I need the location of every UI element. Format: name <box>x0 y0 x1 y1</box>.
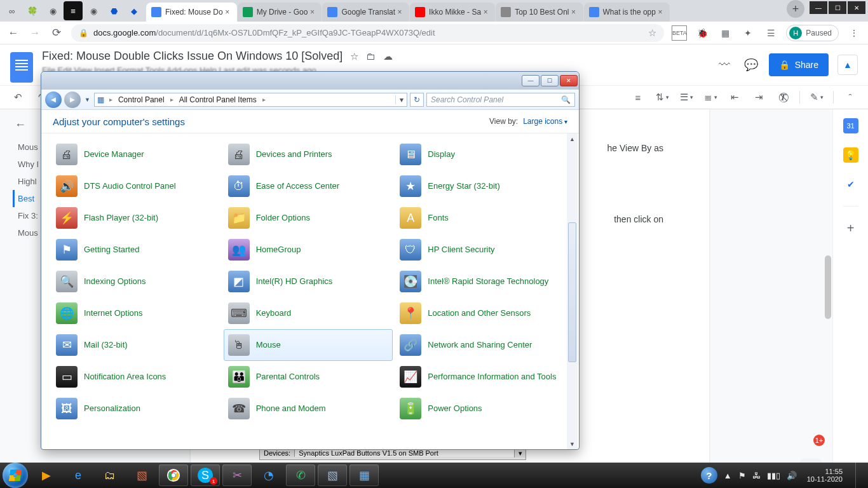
align-icon[interactable]: ≡ <box>630 90 646 105</box>
cp-item[interactable]: 🌐 Internet Options <box>51 297 221 329</box>
breadcrumb-bar[interactable]: ▦ ▸ Control Panel ▸ All Control Panel It… <box>94 93 407 107</box>
browser-tab[interactable]: Ikko Mikke - Sa × <box>410 3 495 22</box>
taskbar-app-snip[interactable]: ✂ <box>222 464 252 486</box>
path-dropdown-icon[interactable]: ▾ <box>395 95 407 104</box>
editing-mode-icon[interactable]: ✎ <box>809 90 824 105</box>
breadcrumb-segment[interactable]: Control Panel <box>114 95 168 104</box>
taskbar-app-explorer[interactable]: 🗂 <box>95 464 125 486</box>
viewby-dropdown[interactable]: Large icons <box>523 117 567 126</box>
browser-tab[interactable]: What is the opp × <box>584 3 670 22</box>
window-close-icon[interactable]: ✕ <box>560 75 578 86</box>
reading-list-icon[interactable]: ☰ <box>763 25 778 41</box>
chevron-right-icon[interactable]: ▸ <box>107 96 114 103</box>
cp-item[interactable] <box>395 133 565 139</box>
window-close-icon[interactable]: ✕ <box>848 1 865 14</box>
taskbar-app-control-panel[interactable]: ▦ <box>349 464 379 486</box>
cp-item[interactable]: 🔊 DTS Audio Control Panel <box>51 170 221 202</box>
window-maximize-icon[interactable]: ☐ <box>541 75 559 86</box>
cp-item[interactable]: 📁 Folder Options <box>224 202 393 234</box>
back-button[interactable]: ← <box>6 26 20 40</box>
clear-format-icon[interactable]: 𝑻⃠ <box>775 90 790 105</box>
cp-item[interactable]: ✉ Mail (32-bit) <box>51 329 221 361</box>
tab-close-icon[interactable]: × <box>656 8 665 17</box>
doc-title[interactable]: Fixed: Mouse Double Clicks Issue On Wind… <box>42 50 342 63</box>
breadcrumb-segment[interactable]: All Control Panel Items <box>175 95 261 104</box>
cp-item[interactable]: 📈 Performance Information and Tools <box>395 361 565 393</box>
cp-search-input[interactable]: Search Control Panel 🔍 <box>426 93 575 107</box>
keep-addon-icon[interactable]: 💡 <box>843 147 858 163</box>
account-avatar-icon[interactable]: ▲ <box>837 55 858 75</box>
extensions-menu-icon[interactable]: ✦ <box>740 25 756 41</box>
network-icon[interactable]: 🖧 <box>752 471 761 480</box>
refresh-button[interactable]: ↻ <box>410 93 424 107</box>
taskbar-app-media[interactable]: ▶ <box>32 464 61 486</box>
scroll-up-icon[interactable]: ▲ <box>567 133 578 144</box>
extension-icon[interactable]: 🐞 <box>695 25 710 41</box>
tab-close-icon[interactable]: × <box>223 8 232 17</box>
cp-item[interactable]: 🖥 Display <box>395 139 565 170</box>
activity-icon[interactable]: 〰 <box>715 56 733 74</box>
browser-tab[interactable]: My Drive - Goo × <box>238 3 322 22</box>
extension-icon[interactable]: ▦ <box>717 25 733 41</box>
cp-item[interactable]: ★ Energy Star (32-bit) <box>395 170 565 202</box>
cp-item[interactable]: A Fonts <box>395 202 565 234</box>
window-maximize-icon[interactable]: ☐ <box>829 1 846 14</box>
pinned-ext-icon[interactable]: ◉ <box>84 1 103 20</box>
window-minimize-icon[interactable]: — <box>810 1 827 14</box>
undo-icon[interactable]: ↶ <box>10 90 25 105</box>
share-button[interactable]: 🔒 Share <box>769 53 829 76</box>
help-icon[interactable]: ? <box>701 467 717 484</box>
extension-icon[interactable]: BETA <box>672 25 687 41</box>
indent-icon[interactable]: ⇥ <box>751 90 766 105</box>
pinned-ext-icon[interactable]: ≡ <box>64 1 83 20</box>
browser-tab[interactable]: Top 10 Best Onl × <box>496 3 583 22</box>
line-spacing-icon[interactable]: ⇅ <box>654 90 670 105</box>
outdent-icon[interactable]: ⇤ <box>727 90 742 105</box>
cp-item[interactable]: 🖨 Device Manager <box>51 139 221 170</box>
start-button[interactable] <box>3 463 28 488</box>
tasks-addon-icon[interactable]: ✔ <box>843 177 858 192</box>
reload-button[interactable]: ⟳ <box>50 26 64 40</box>
cp-titlebar[interactable]: — ☐ ✕ <box>41 72 579 90</box>
pinned-ext-icon[interactable]: ◉ <box>43 1 62 20</box>
omnibox[interactable]: 🔒 docs.google.com/document/d/1q6Mx-OS7L0… <box>71 24 664 42</box>
signal-icon[interactable]: ▮▮▯ <box>767 471 780 480</box>
bulleted-list-icon[interactable]: ≣ <box>703 90 718 105</box>
cp-item[interactable]: ⌨ Keyboard <box>224 297 393 329</box>
cp-item[interactable]: ⚑ Getting Started <box>51 234 221 266</box>
cp-item[interactable]: 🔋 Power Options <box>395 393 565 424</box>
browser-tab[interactable]: Google Translat × <box>322 3 409 22</box>
calendar-addon-icon[interactable]: 31 <box>843 118 858 133</box>
cp-item[interactable]: ▭ Notification Area Icons <box>51 361 221 393</box>
pinned-ext-icon[interactable]: 🍀 <box>23 1 42 20</box>
outline-toggle-icon[interactable]: ← <box>13 117 28 132</box>
forward-button[interactable]: → <box>28 26 42 40</box>
scrollbar-thumb[interactable] <box>568 222 576 362</box>
tab-close-icon[interactable]: × <box>308 8 316 17</box>
taskbar-app-edge[interactable]: ◔ <box>254 464 283 486</box>
cp-item[interactable]: 👪 Parental Controls <box>224 361 393 393</box>
cp-item[interactable] <box>51 133 221 139</box>
bookmark-star-icon[interactable]: ☆ <box>648 27 656 39</box>
taskbar-app-powerpoint[interactable]: ▧ <box>127 464 156 486</box>
scroll-down-icon[interactable]: ▼ <box>567 438 578 449</box>
taskbar-app-chrome[interactable] <box>159 464 188 486</box>
star-doc-icon[interactable]: ☆ <box>350 51 358 62</box>
taskbar-app-generic[interactable]: ▧ <box>318 464 347 486</box>
cp-item[interactable] <box>224 133 393 139</box>
tab-close-icon[interactable]: × <box>569 8 578 17</box>
cp-item[interactable]: 🖼 Personalization <box>51 393 221 424</box>
forward-button[interactable]: ► <box>64 92 81 108</box>
cp-item[interactable]: 📍 Location and Other Sensors <box>395 297 565 329</box>
cp-item[interactable]: ☎ Phone and Modem <box>224 393 393 424</box>
cp-item[interactable]: 👥 HomeGroup <box>224 234 393 266</box>
show-desktop-button[interactable] <box>855 463 863 488</box>
cp-item[interactable]: 💽 Intel® Rapid Storage Technology <box>395 266 565 297</box>
chevron-down-icon[interactable]: ▾ <box>514 449 526 458</box>
move-doc-icon[interactable]: 🗀 <box>366 51 376 62</box>
browser-tab[interactable]: Fixed: Mouse Do × <box>146 3 237 22</box>
cp-item[interactable]: ◩ Intel(R) HD Graphics <box>224 266 393 297</box>
tray-overflow-icon[interactable]: ▲ <box>724 471 732 480</box>
cp-item[interactable]: 🔗 Network and Sharing Center <box>395 329 565 361</box>
comments-icon[interactable]: 💬 <box>742 56 760 74</box>
